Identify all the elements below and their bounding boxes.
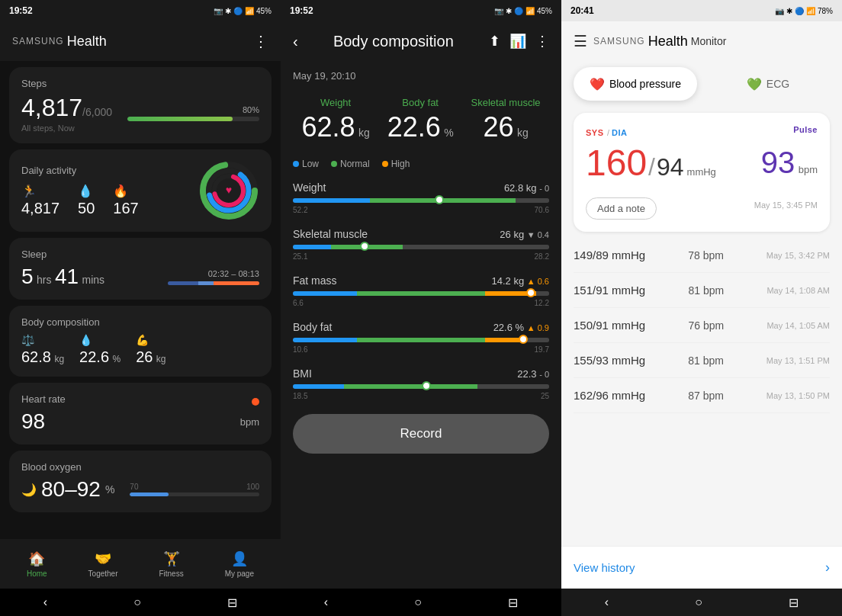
bodyfat-big-unit: % xyxy=(444,127,453,139)
daily-activity-card[interactable]: Daily activity 🏃 4,817 💧 50 🔥 167 xyxy=(9,149,272,232)
mypage-icon: 👤 xyxy=(231,550,248,567)
sys-label: SYS xyxy=(586,128,604,137)
back-btn-sys-3[interactable]: ‹ xyxy=(605,595,609,609)
bottom-buttons-3: ‹ ○ ⊟ xyxy=(561,589,842,616)
status-icons-3: 📷 ✱ 🔵 📶 78% xyxy=(775,7,833,15)
back-button-2[interactable]: ‹ xyxy=(293,33,298,50)
skeletal-big-value: 26 xyxy=(483,111,513,143)
measurement-date: May 19, 20:10 xyxy=(293,67,549,85)
history-row-2[interactable]: 150/91 mmHg 76 bpm May 14, 1:05 AM xyxy=(574,308,830,343)
body-composition-card[interactable]: Body composition ⚖️ 62.8 kg 💧 22.6 % xyxy=(9,306,272,377)
record-btn-label: Record xyxy=(400,426,442,441)
home-btn-sys-3[interactable]: ○ xyxy=(695,595,702,609)
heart-ring: ♥ xyxy=(198,160,259,221)
body-comp-header: ‹ Body composition ⬆ 📊 ⋮ xyxy=(281,21,561,61)
steps-card[interactable]: Steps 4,817/6,000 All steps, Now 80% xyxy=(9,67,272,143)
skeletal-comp: 💪 26 kg xyxy=(136,334,166,366)
bo-value: 80–92 xyxy=(41,477,101,502)
history-row-4[interactable]: 162/96 mmHg 87 bpm May 13, 1:50 PM xyxy=(574,378,830,413)
history-row-1[interactable]: 151/91 mmHg 81 bpm May 14, 1:08 AM xyxy=(574,273,830,308)
pulse-value: 93 xyxy=(761,146,795,179)
view-history-row[interactable]: View history › xyxy=(561,546,842,589)
home-icon: 🏠 xyxy=(28,550,45,567)
hist-bp-2: 150/91 mmHg xyxy=(574,319,645,332)
ecg-tab-icon: 💚 xyxy=(747,77,762,91)
weight-big-value: 62.8 xyxy=(301,111,355,143)
health-content: Steps 4,817/6,000 All steps, Now 80% xyxy=(0,61,281,539)
mmhg-unit: mmHg xyxy=(687,166,716,178)
recents-btn-1[interactable]: ⊟ xyxy=(227,595,237,610)
weight-comp: ⚖️ 62.8 kg xyxy=(21,334,64,366)
dia-value: 94 xyxy=(657,153,684,181)
chart-icon[interactable]: 📊 xyxy=(509,33,526,50)
bmi-bar-low xyxy=(293,384,344,389)
hist-pulse-3: 81 bpm xyxy=(688,355,724,367)
menu-dots-btn[interactable]: ⋮ xyxy=(253,32,268,50)
status-icons-1: 📷 ✱ 🔵 📶 45% xyxy=(214,7,272,15)
sleep-right: 02:32 – 08:13 xyxy=(168,269,259,285)
nav-mypage[interactable]: 👤 My page xyxy=(225,550,254,578)
health-app-name: Health xyxy=(67,34,107,50)
recents-btn-sys-3[interactable]: ⊟ xyxy=(789,595,799,610)
header-actions: ⬆ 📊 ⋮ xyxy=(489,33,549,50)
status-bar-1: 19:52 📷 ✱ 🔵 📶 45% xyxy=(0,0,281,21)
metric-fatmass-row: Fat mass 14.2 kg ▲ 0.6 6.6 12.2 xyxy=(293,274,549,307)
big-skeletal: Skeletal muscle 26 kg xyxy=(471,97,541,143)
tab-blood-pressure[interactable]: ❤️ Blood pressure xyxy=(574,67,697,101)
ecg-tab-label: ECG xyxy=(766,78,789,90)
monitor-brand: SAMSUNG xyxy=(593,36,645,47)
metric-bodyfat-row: Body fat 22.6 % ▲ 0.9 10.6 19.7 xyxy=(293,321,549,354)
sleep-time-range: 02:32 – 08:13 xyxy=(168,269,259,278)
more-icon[interactable]: ⋮ xyxy=(535,33,549,50)
bp-tab-label: Blood pressure xyxy=(609,78,681,90)
share-icon[interactable]: ⬆ xyxy=(489,33,500,50)
home-btn-1[interactable]: ○ xyxy=(133,595,141,609)
status-icons-2: 📷 ✱ 🔵 📶 45% xyxy=(494,7,552,15)
history-row-0[interactable]: 149/89 mmHg 78 bpm May 15, 3:42 PM xyxy=(574,238,830,273)
heart-rate-card[interactable]: Heart rate 98 bpm xyxy=(9,383,272,444)
reading-date: May 15, 3:45 PM xyxy=(754,201,818,210)
history-row-3[interactable]: 155/93 mmHg 81 bpm May 13, 1:51 PM xyxy=(574,343,830,378)
hist-date-4: May 13, 1:50 PM xyxy=(766,391,830,400)
sleep-seg-rem xyxy=(214,281,259,285)
body-comp-label: Body composition xyxy=(21,316,259,328)
skeletal-bar-marker xyxy=(360,242,369,251)
nav-together[interactable]: 🤝 Together xyxy=(88,550,118,578)
big-weight: Weight 62.8 kg xyxy=(301,97,369,143)
metric-bmi-name: BMI xyxy=(293,367,312,380)
bodyfat-big-label: Body fat xyxy=(387,97,454,108)
hist-date-1: May 14, 1:08 AM xyxy=(766,286,830,295)
recents-btn-sys-2[interactable]: ⊟ xyxy=(508,595,518,610)
blood-oxygen-card[interactable]: Blood oxygen 🌙 80–92 % 70 100 xyxy=(9,451,272,512)
back-btn-1[interactable]: ‹ xyxy=(43,595,47,609)
nav-fitness[interactable]: 🏋️ Fitness xyxy=(159,550,183,578)
bodyfat-bar-marker xyxy=(519,335,528,344)
add-note-button[interactable]: Add a note xyxy=(586,197,657,220)
hist-pulse-1: 81 bpm xyxy=(688,284,724,297)
mypage-label: My page xyxy=(225,569,254,578)
home-btn-sys-2[interactable]: ○ xyxy=(414,595,422,609)
tab-ecg[interactable]: 💚 ECG xyxy=(706,67,830,101)
back-btn-sys-2[interactable]: ‹ xyxy=(324,595,328,609)
pulse-bpm: bpm xyxy=(799,164,818,175)
panel-health-monitor: 20:41 📷 ✱ 🔵 📶 78% ☰ SAMSUNG Health Monit… xyxy=(561,0,842,616)
nav-home[interactable]: 🏠 Home xyxy=(27,550,47,578)
bodyfat-bar-normal xyxy=(357,338,485,342)
record-button[interactable]: Record xyxy=(293,414,549,454)
legend-row: Low Normal High xyxy=(293,159,549,169)
bodyfat-icon: 💧 xyxy=(79,334,92,346)
activity-left: Daily activity 🏃 4,817 💧 50 🔥 167 xyxy=(21,165,198,217)
bo-right: 70 100 xyxy=(130,483,259,496)
steps-progress: 80% xyxy=(127,105,259,121)
bodyfat-big-value: 22.6 xyxy=(387,111,441,143)
metric-bodyfat-name: Body fat xyxy=(293,321,332,333)
bo-bar-bg xyxy=(130,492,259,496)
bo-bar-labels: 70 100 xyxy=(130,483,259,491)
fitness-icon: 🏋️ xyxy=(163,550,180,567)
hamburger-menu[interactable]: ☰ xyxy=(574,32,587,50)
sleep-card[interactable]: Sleep 5 hrs 41 mins 02:32 – 08:13 xyxy=(9,238,272,300)
sleep-seg-light xyxy=(198,281,214,285)
sys-value: 160 xyxy=(586,142,647,184)
panel-samsung-health: 19:52 📷 ✱ 🔵 📶 45% SAMSUNG Health ⋮ Steps… xyxy=(0,0,281,616)
metric-weight-row: Weight 62.8 kg - 0 52.2 70.6 xyxy=(293,181,549,214)
